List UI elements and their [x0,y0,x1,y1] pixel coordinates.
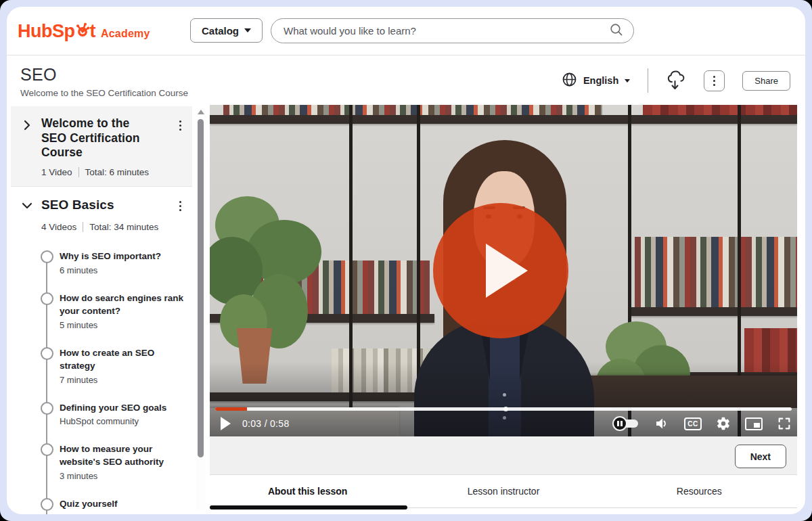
lesson-item-defining-seo-goals[interactable]: Defining your SEO goals HubSpot communit… [11,402,192,444]
progress-midpoint-marker [503,407,508,411]
hubspot-academy-logo[interactable]: HubSp t Academy [18,20,150,42]
tab-resources[interactable]: Resources [602,475,797,507]
section-title: SEO Basics [41,197,168,213]
meta-divider [78,167,79,177]
download-button[interactable] [666,70,686,91]
section-meta: 4 Videos Total: 34 minutes [41,222,185,232]
chevron-down-icon [625,79,630,83]
lesson-item-search-engines-rank[interactable]: How do search engines rank your content?… [11,292,192,347]
section-menu-icon[interactable] [175,197,185,215]
section-meta: 1 Video Total: 6 minutes [41,167,185,177]
cloud-download-icon [666,70,686,91]
chevron-down-icon[interactable] [22,199,34,215]
brand-text-suffix: t [90,21,96,42]
bookshelf-books [643,105,797,115]
lesson-tabs: About this lesson Lesson instructor Reso… [210,475,797,508]
lesson-item-quiz-yourself[interactable]: Quiz yourself 4 questions [11,498,192,514]
next-button[interactable]: Next [735,445,786,468]
section-total-time: Total: 6 minutes [85,167,150,177]
lesson-list: Why is SEO important? 6 minutes How do s… [11,241,192,514]
section-menu-icon[interactable] [175,116,185,135]
page-subtitle: Welcome to the SEO Certification Course [20,88,188,98]
play-button[interactable] [433,203,568,338]
catalog-dropdown-button[interactable]: Catalog [190,18,263,43]
settings-button[interactable] [716,416,731,431]
section-video-count: 4 Videos [41,222,76,232]
volume-button[interactable] [654,415,670,432]
sidebar-scrollbar[interactable] [196,108,206,510]
meta-divider [83,222,83,232]
academy-label: Academy [101,28,150,40]
chevron-down-icon [244,28,251,32]
scrollbar-up-arrow-icon[interactable] [198,110,204,114]
share-button[interactable]: Share [742,71,790,91]
app-window: HubSp t Academy Catalog [7,7,805,514]
language-label: English [583,75,618,86]
play-control-icon[interactable] [221,417,231,430]
course-section-welcome[interactable]: Welcome to the SEO Certification Course … [11,106,192,187]
more-options-button[interactable] [704,70,725,91]
gear-icon [716,416,731,431]
page-background: HubSp t Academy Catalog [0,0,812,521]
course-section-seo-basics[interactable]: SEO Basics 4 Videos Total: 34 minutes [11,187,192,241]
active-tab-indicator [210,505,407,509]
search-input[interactable] [284,25,609,37]
chevron-right-icon[interactable] [22,118,34,160]
bookshelf-board [629,307,797,316]
search-icon[interactable] [609,22,624,40]
section-total-time: Total: 34 minutes [89,222,158,232]
language-selector[interactable]: English [562,72,630,90]
tab-lesson-instructor[interactable]: Lesson instructor [405,475,601,507]
bookshelf-board [210,115,797,124]
section-video-count: 1 Video [41,167,72,177]
section-title: Welcome to the SEO Certification Course [41,116,150,160]
time-display: 0:03 / 0:58 [242,418,289,429]
volume-icon [654,415,670,432]
brand-text: HubSp [18,21,75,42]
fullscreen-icon [777,416,792,431]
page-title: SEO [20,65,188,85]
fullscreen-button[interactable] [777,416,792,431]
search-bar[interactable] [271,18,634,43]
video-progress-bar[interactable] [215,407,792,411]
autoplay-toggle[interactable] [612,416,639,431]
lesson-item-measure-seo-authority[interactable]: How to measure your website's SEO author… [11,443,192,498]
course-header: SEO Welcome to the SEO Certification Cou… [7,56,805,105]
catalog-label: Catalog [202,25,239,37]
pause-icon [612,416,627,431]
globe-icon [562,72,577,90]
pip-icon [754,423,760,428]
lesson-item-create-seo-strategy[interactable]: How to create an SEO strategy 7 minutes [11,347,192,402]
lesson-item-why-seo-important[interactable]: Why is SEO important? 6 minutes [11,250,192,292]
video-player[interactable]: 0:03 / 0:58 CC [210,105,797,436]
hubspot-sprocket-icon [75,22,90,42]
top-navigation-bar: HubSp t Academy Catalog [7,7,805,55]
header-divider [648,68,648,93]
course-outline-sidebar: Welcome to the SEO Certification Course … [11,106,192,514]
course-title-block: SEO Welcome to the SEO Certification Cou… [20,65,188,98]
bookshelf-books [223,105,602,115]
lesson-navigation-bar: Next [210,436,797,475]
tab-about-this-lesson[interactable]: About this lesson [210,475,405,507]
bookshelf-books [635,237,797,308]
scrollbar-thumb[interactable] [198,119,204,457]
progress-fill [215,407,247,411]
course-header-controls: English Share [562,68,790,93]
play-icon [486,244,528,298]
closed-captions-button[interactable]: CC [684,417,702,430]
video-controls: 0:03 / 0:58 CC [215,413,792,434]
miniplayer-button[interactable] [745,417,763,430]
